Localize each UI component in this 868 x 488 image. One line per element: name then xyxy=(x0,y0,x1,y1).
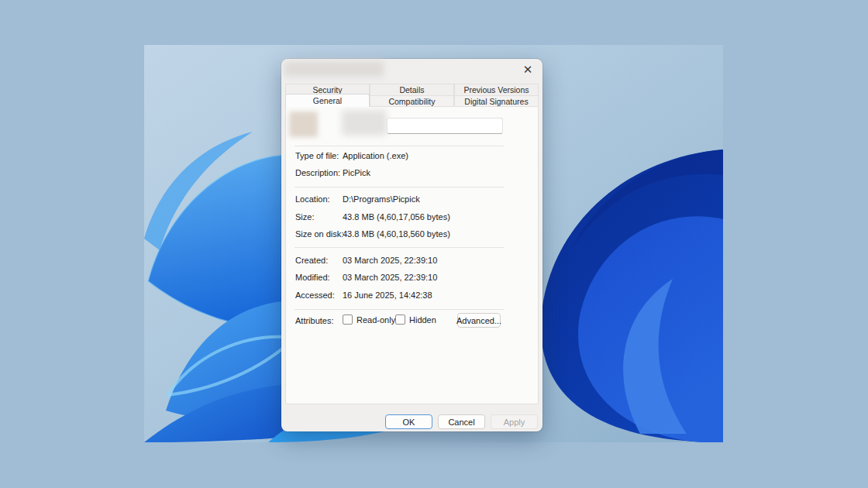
attributes-label: Attributes: xyxy=(295,316,334,325)
field-modified: Modified: 03 March 2025, 22:39:10 xyxy=(286,273,538,283)
field-description: Description: PicPick xyxy=(286,168,538,178)
field-value: Application (.exe) xyxy=(343,151,408,160)
tab-general[interactable]: General xyxy=(285,94,370,107)
field-label: Created: xyxy=(295,256,328,265)
close-icon: ✕ xyxy=(523,63,533,77)
checkbox-box-icon xyxy=(343,314,353,325)
file-properties-dialog: ✕ Security Details Previous Versions Gen… xyxy=(281,59,542,431)
tab-row-front: General Compatibility Digital Signatures xyxy=(285,95,539,107)
field-type-of-file: Type of file: Application (.exe) xyxy=(286,151,538,161)
general-tab-page: Type of file: Application (.exe) Descrip… xyxy=(285,106,539,404)
checkbox-label: Hidden xyxy=(409,315,436,325)
tab-details[interactable]: Details xyxy=(370,84,454,95)
field-label: Location: xyxy=(295,194,330,204)
attributes-row: Attributes: Read-only Hidden Advanced... xyxy=(286,313,538,332)
field-label: Size: xyxy=(295,212,314,222)
field-location: Location: D:\Programs\Picpick xyxy=(286,194,538,204)
field-value: 03 March 2025, 22:39:10 xyxy=(343,256,437,265)
field-label: Accessed: xyxy=(295,290,335,300)
field-label: Size on disk: xyxy=(295,229,343,239)
tab-strip: Security Details Previous Versions Gener… xyxy=(285,84,539,106)
separator xyxy=(294,309,504,310)
field-label: Modified: xyxy=(295,273,330,282)
hidden-checkbox[interactable]: Hidden xyxy=(395,314,436,325)
advanced-button[interactable]: Advanced... xyxy=(457,313,501,328)
tab-previous-versions[interactable]: Previous Versions xyxy=(454,84,539,95)
field-accessed: Accessed: 16 June 2025, 14:42:38 xyxy=(286,290,538,301)
dialog-titlebar[interactable]: ✕ xyxy=(281,59,542,81)
readonly-checkbox[interactable]: Read-only xyxy=(343,314,395,325)
checkbox-box-icon xyxy=(395,314,405,325)
separator xyxy=(294,146,504,146)
cancel-button[interactable]: Cancel xyxy=(438,414,485,429)
field-label: Description: xyxy=(295,168,340,177)
tab-compatibility[interactable]: Compatibility xyxy=(370,95,454,107)
ok-button[interactable]: OK xyxy=(385,414,432,429)
field-label: Type of file: xyxy=(295,151,339,160)
field-created: Created: 03 March 2025, 22:39:10 xyxy=(286,256,538,266)
checkbox-label: Read-only xyxy=(356,315,395,325)
field-value: 03 March 2025, 22:39:10 xyxy=(343,273,437,282)
redacted-window-title xyxy=(284,61,384,77)
close-button[interactable]: ✕ xyxy=(518,60,538,79)
field-size-on-disk: Size on disk: 43.8 MB (4,60,18,560 bytes… xyxy=(286,229,538,239)
redacted-file-name xyxy=(342,110,387,136)
redacted-file-icon xyxy=(289,112,318,137)
apply-button[interactable]: Apply xyxy=(491,414,538,429)
field-value: 16 June 2025, 14:42:38 xyxy=(343,290,432,300)
field-value: 43.8 MB (4,60,18,560 bytes) xyxy=(343,229,450,239)
separator xyxy=(294,187,504,187)
separator xyxy=(294,247,504,248)
field-size: Size: 43.8 MB (4,60,17,056 bytes) xyxy=(286,212,538,222)
tab-digital-signatures[interactable]: Digital Signatures xyxy=(454,95,539,107)
field-value: 43.8 MB (4,60,17,056 bytes) xyxy=(343,212,450,222)
field-value: PicPick xyxy=(343,168,370,177)
filename-input[interactable] xyxy=(387,118,503,134)
field-value: D:\Programs\Picpick xyxy=(343,194,420,204)
